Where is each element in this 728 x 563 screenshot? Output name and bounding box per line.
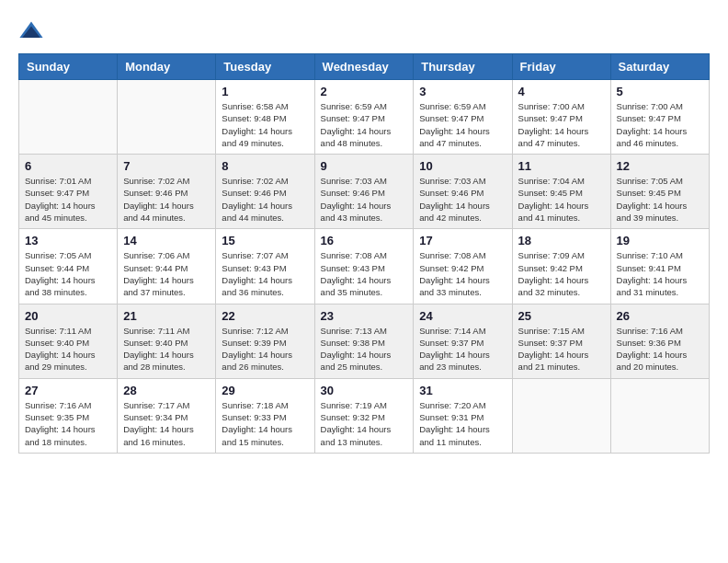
day-number: 23	[321, 309, 408, 323]
calendar-cell: 13Sunrise: 7:05 AM Sunset: 9:44 PM Dayli…	[19, 229, 118, 304]
day-info: Sunrise: 7:05 AM Sunset: 9:44 PM Dayligh…	[25, 249, 111, 298]
day-number: 25	[518, 309, 605, 323]
day-number: 8	[222, 159, 308, 173]
calendar-cell: 9Sunrise: 7:03 AM Sunset: 9:46 PM Daylig…	[314, 155, 414, 229]
day-number: 3	[419, 85, 506, 98]
day-info: Sunrise: 7:18 AM Sunset: 9:33 PM Dayligh…	[222, 399, 308, 448]
weekday-header: Saturday	[610, 54, 709, 80]
day-info: Sunrise: 7:04 AM Sunset: 9:45 PM Dayligh…	[518, 175, 605, 224]
day-number: 11	[518, 159, 605, 173]
day-number: 31	[419, 384, 506, 397]
calendar-cell: 15Sunrise: 7:07 AM Sunset: 9:43 PM Dayli…	[216, 229, 314, 304]
calendar-cell: 25Sunrise: 7:15 AM Sunset: 9:37 PM Dayli…	[512, 304, 610, 378]
day-number: 7	[123, 159, 210, 173]
weekday-header: Wednesday	[314, 54, 414, 80]
calendar-cell: 23Sunrise: 7:13 AM Sunset: 9:38 PM Dayli…	[314, 304, 414, 378]
calendar-cell: 6Sunrise: 7:01 AM Sunset: 9:47 PM Daylig…	[19, 155, 118, 229]
day-number: 13	[25, 234, 111, 247]
calendar-cell: 4Sunrise: 7:00 AM Sunset: 9:47 PM Daylig…	[512, 80, 610, 155]
weekday-header: Sunday	[19, 54, 118, 80]
day-number: 12	[617, 159, 703, 173]
day-number: 15	[222, 234, 308, 247]
calendar-cell: 1Sunrise: 6:58 AM Sunset: 9:48 PM Daylig…	[216, 80, 314, 155]
calendar-cell: 16Sunrise: 7:08 AM Sunset: 9:43 PM Dayli…	[314, 229, 414, 304]
calendar-table: SundayMondayTuesdayWednesdayThursdayFrid…	[18, 53, 710, 454]
day-number: 20	[25, 309, 111, 323]
logo	[18, 18, 48, 44]
day-number: 4	[518, 85, 605, 98]
day-number: 9	[321, 159, 408, 173]
day-number: 14	[123, 234, 210, 247]
calendar-week-row: 6Sunrise: 7:01 AM Sunset: 9:47 PM Daylig…	[19, 155, 710, 229]
calendar-cell: 20Sunrise: 7:11 AM Sunset: 9:40 PM Dayli…	[19, 304, 118, 378]
day-number: 19	[617, 234, 703, 247]
day-info: Sunrise: 7:12 AM Sunset: 9:39 PM Dayligh…	[222, 325, 308, 373]
calendar-cell: 31Sunrise: 7:20 AM Sunset: 9:31 PM Dayli…	[414, 378, 512, 453]
calendar-cell: 17Sunrise: 7:08 AM Sunset: 9:42 PM Dayli…	[414, 229, 512, 304]
day-info: Sunrise: 7:01 AM Sunset: 9:47 PM Dayligh…	[25, 175, 111, 224]
logo-icon	[18, 18, 44, 44]
day-info: Sunrise: 7:08 AM Sunset: 9:42 PM Dayligh…	[419, 249, 506, 298]
day-info: Sunrise: 7:00 AM Sunset: 9:47 PM Dayligh…	[518, 100, 605, 149]
calendar-week-row: 1Sunrise: 6:58 AM Sunset: 9:48 PM Daylig…	[19, 80, 710, 155]
calendar-cell: 28Sunrise: 7:17 AM Sunset: 9:34 PM Dayli…	[118, 378, 216, 453]
day-number: 1	[222, 85, 308, 98]
day-info: Sunrise: 7:13 AM Sunset: 9:38 PM Dayligh…	[321, 325, 408, 373]
calendar-week-row: 27Sunrise: 7:16 AM Sunset: 9:35 PM Dayli…	[19, 378, 710, 453]
calendar-cell: 5Sunrise: 7:00 AM Sunset: 9:47 PM Daylig…	[610, 80, 709, 155]
day-info: Sunrise: 7:03 AM Sunset: 9:46 PM Dayligh…	[419, 175, 506, 224]
calendar-week-row: 20Sunrise: 7:11 AM Sunset: 9:40 PM Dayli…	[19, 304, 710, 378]
weekday-header: Friday	[512, 54, 610, 80]
weekday-header: Monday	[118, 54, 216, 80]
day-info: Sunrise: 7:16 AM Sunset: 9:35 PM Dayligh…	[25, 399, 111, 448]
day-info: Sunrise: 6:59 AM Sunset: 9:47 PM Dayligh…	[419, 100, 506, 149]
calendar-cell: 14Sunrise: 7:06 AM Sunset: 9:44 PM Dayli…	[118, 229, 216, 304]
calendar-cell	[118, 80, 216, 155]
day-number: 2	[321, 85, 408, 98]
calendar-cell: 24Sunrise: 7:14 AM Sunset: 9:37 PM Dayli…	[414, 304, 512, 378]
day-info: Sunrise: 7:15 AM Sunset: 9:37 PM Dayligh…	[518, 325, 605, 373]
day-info: Sunrise: 7:06 AM Sunset: 9:44 PM Dayligh…	[123, 249, 210, 298]
day-info: Sunrise: 7:11 AM Sunset: 9:40 PM Dayligh…	[123, 325, 210, 373]
day-info: Sunrise: 7:20 AM Sunset: 9:31 PM Dayligh…	[419, 399, 506, 448]
calendar-cell: 7Sunrise: 7:02 AM Sunset: 9:46 PM Daylig…	[118, 155, 216, 229]
day-info: Sunrise: 7:02 AM Sunset: 9:46 PM Dayligh…	[222, 175, 308, 224]
day-info: Sunrise: 7:17 AM Sunset: 9:34 PM Dayligh…	[123, 399, 210, 448]
weekday-header: Thursday	[414, 54, 512, 80]
calendar-cell	[610, 378, 709, 453]
calendar-cell: 18Sunrise: 7:09 AM Sunset: 9:42 PM Dayli…	[512, 229, 610, 304]
calendar-cell: 2Sunrise: 6:59 AM Sunset: 9:47 PM Daylig…	[314, 80, 414, 155]
day-number: 22	[222, 309, 308, 323]
day-number: 6	[25, 159, 111, 173]
calendar-cell: 11Sunrise: 7:04 AM Sunset: 9:45 PM Dayli…	[512, 155, 610, 229]
calendar-cell: 29Sunrise: 7:18 AM Sunset: 9:33 PM Dayli…	[216, 378, 314, 453]
calendar-cell	[19, 80, 118, 155]
day-number: 26	[617, 309, 703, 323]
day-number: 16	[321, 234, 408, 247]
day-number: 27	[25, 384, 111, 397]
calendar-cell: 21Sunrise: 7:11 AM Sunset: 9:40 PM Dayli…	[118, 304, 216, 378]
day-info: Sunrise: 7:00 AM Sunset: 9:47 PM Dayligh…	[617, 100, 703, 149]
day-info: Sunrise: 7:02 AM Sunset: 9:46 PM Dayligh…	[123, 175, 210, 224]
day-number: 28	[123, 384, 210, 397]
calendar-cell: 30Sunrise: 7:19 AM Sunset: 9:32 PM Dayli…	[314, 378, 414, 453]
day-info: Sunrise: 7:09 AM Sunset: 9:42 PM Dayligh…	[518, 249, 605, 298]
calendar-cell: 3Sunrise: 6:59 AM Sunset: 9:47 PM Daylig…	[414, 80, 512, 155]
day-info: Sunrise: 7:03 AM Sunset: 9:46 PM Dayligh…	[321, 175, 408, 224]
day-info: Sunrise: 7:11 AM Sunset: 9:40 PM Dayligh…	[25, 325, 111, 373]
calendar-cell: 12Sunrise: 7:05 AM Sunset: 9:45 PM Dayli…	[610, 155, 709, 229]
day-number: 21	[123, 309, 210, 323]
calendar-cell: 10Sunrise: 7:03 AM Sunset: 9:46 PM Dayli…	[414, 155, 512, 229]
day-info: Sunrise: 7:05 AM Sunset: 9:45 PM Dayligh…	[617, 175, 703, 224]
calendar-cell: 19Sunrise: 7:10 AM Sunset: 9:41 PM Dayli…	[610, 229, 709, 304]
calendar-cell: 26Sunrise: 7:16 AM Sunset: 9:36 PM Dayli…	[610, 304, 709, 378]
calendar-cell	[512, 378, 610, 453]
day-number: 5	[617, 85, 703, 98]
weekday-header-row: SundayMondayTuesdayWednesdayThursdayFrid…	[19, 54, 710, 80]
day-number: 10	[419, 159, 506, 173]
calendar-cell: 27Sunrise: 7:16 AM Sunset: 9:35 PM Dayli…	[19, 378, 118, 453]
day-info: Sunrise: 7:08 AM Sunset: 9:43 PM Dayligh…	[321, 249, 408, 298]
day-info: Sunrise: 7:07 AM Sunset: 9:43 PM Dayligh…	[222, 249, 308, 298]
day-info: Sunrise: 7:14 AM Sunset: 9:37 PM Dayligh…	[419, 325, 506, 373]
calendar-cell: 8Sunrise: 7:02 AM Sunset: 9:46 PM Daylig…	[216, 155, 314, 229]
